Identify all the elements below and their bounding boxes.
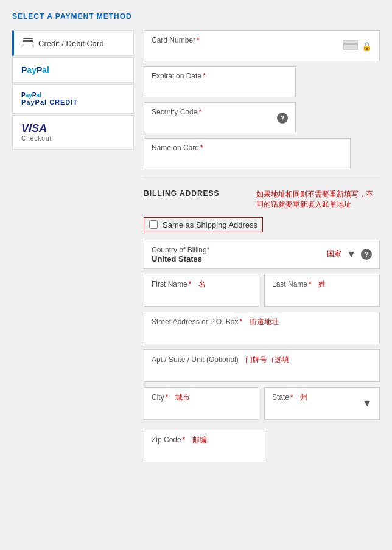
svg-rect-0 [23, 39, 33, 46]
country-annotation: 国家 [327, 249, 341, 259]
same-as-shipping-checkbox[interactable] [149, 220, 158, 229]
city-state-row: City* 城市 State* 州 ▼ [144, 387, 380, 425]
card-type-icon [343, 40, 358, 52]
sidebar-credit-debit-label: Credit / Debit Card [38, 39, 104, 48]
first-name-label: First Name* 名 [152, 279, 251, 290]
payment-form: Card Number* 🔒 Expiration Date* [134, 30, 380, 467]
sidebar-item-paypal-credit[interactable]: PayPal PayPal CREDIT [12, 84, 134, 114]
payment-method-sidebar: Credit / Debit Card PayPal PayPal PayPal… [12, 30, 134, 467]
security-code-help-icon[interactable]: ? [277, 113, 288, 124]
billing-header: BILLING ADDRESS 如果地址相同则不需要重新填写，不同的话就要重新填… [144, 189, 380, 210]
zip-code-label: Zip Code* 邮编 [152, 435, 257, 445]
name-row: First Name* 名 Last Name* 姓 [144, 274, 380, 307]
security-code-field: Security Code* ? [144, 102, 296, 133]
country-billing-field: Country of Billing* United States 国家 ▼ ? [144, 240, 380, 269]
last-name-field: Last Name* 姓 [264, 274, 380, 307]
security-code-input[interactable] [152, 119, 277, 128]
country-value: United States [152, 254, 322, 263]
city-input[interactable] [152, 405, 251, 414]
first-name-field: First Name* 名 [144, 274, 259, 307]
card-number-input[interactable] [152, 47, 343, 56]
street-address-input[interactable] [152, 330, 372, 339]
security-code-label: Security Code* [152, 108, 277, 116]
paypal-credit-logo: PayPal PayPal CREDIT [21, 92, 78, 106]
apt-label: Apt / Suite / Unit (Optional) 门牌号（选填 [152, 355, 372, 365]
state-dropdown-icon[interactable]: ▼ [362, 398, 372, 409]
name-on-card-input[interactable] [152, 155, 343, 164]
paypal-logo: PayPal [21, 65, 49, 75]
country-help-icon[interactable]: ? [361, 249, 372, 260]
city-field: City* 城市 [144, 387, 259, 420]
street-address-field: Street Address or P.O. Box* 街道地址 [144, 312, 380, 344]
country-dropdown-icon[interactable]: ▼ [346, 249, 356, 260]
name-on-card-field: Name on Card* [144, 138, 351, 169]
country-label: Country of Billing* [152, 246, 209, 254]
expiration-date-input[interactable] [152, 83, 288, 92]
expiration-date-field: Expiration Date* [144, 66, 296, 97]
svg-rect-1 [23, 40, 33, 42]
same-as-shipping-row: Same as Shipping Address [144, 217, 263, 232]
lock-icon: 🔒 [362, 41, 372, 51]
apt-input[interactable] [152, 367, 372, 377]
state-input[interactable] [272, 405, 362, 414]
apt-field: Apt / Suite / Unit (Optional) 门牌号（选填 [144, 349, 380, 382]
street-address-label: Street Address or P.O. Box* 街道地址 [152, 317, 372, 327]
name-on-card-label: Name on Card* [152, 144, 343, 152]
card-number-label: Card Number* [152, 36, 343, 44]
first-name-input[interactable] [152, 292, 251, 301]
visa-checkout-logo: VISA Checkout [21, 123, 52, 142]
zip-code-field: Zip Code* 邮编 [144, 430, 265, 462]
state-field: State* 州 ▼ [264, 387, 380, 420]
credit-card-icon [23, 38, 33, 48]
same-as-shipping-label: Same as Shipping Address [163, 220, 257, 229]
sidebar-item-credit-debit[interactable]: Credit / Debit Card [12, 30, 134, 56]
state-label: State* 州 [272, 392, 362, 403]
billing-section-title: BILLING ADDRESS [144, 189, 220, 198]
expiration-date-label: Expiration Date* [152, 72, 288, 80]
zip-code-input[interactable] [152, 448, 257, 457]
billing-annotation: 如果地址相同则不需要重新填写，不同的话就要重新填入账单地址 [256, 189, 378, 210]
sidebar-item-visa-checkout[interactable]: VISA Checkout [12, 115, 134, 150]
city-label: City* 城市 [152, 392, 251, 403]
sidebar-item-paypal[interactable]: PayPal [12, 57, 134, 83]
last-name-label: Last Name* 姓 [272, 279, 372, 290]
last-name-input[interactable] [272, 292, 372, 301]
section-divider [144, 179, 380, 179]
page-title: SELECT A PAYMENT METHOD [12, 12, 380, 21]
svg-rect-3 [343, 43, 358, 45]
card-number-field: Card Number* 🔒 [144, 30, 380, 61]
